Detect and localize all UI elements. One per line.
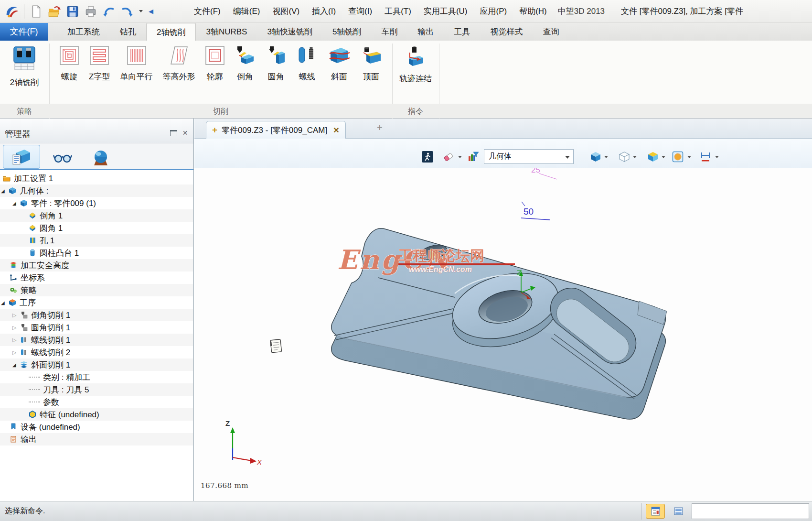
ribbon-button-helix[interactable]: 螺线 <box>297 46 318 82</box>
tree-item-helix-cut-1[interactable]: ▷螺线切削 1 <box>0 334 193 346</box>
status-input-field[interactable] <box>692 503 809 519</box>
tab-output[interactable]: 输出 <box>407 23 444 41</box>
file-menu-button[interactable]: 文件(F) <box>0 23 48 41</box>
ribbon-button-spiral[interactable]: 螺旋 <box>60 46 79 82</box>
tree-item-setup[interactable]: 加工设置 1 <box>0 172 193 185</box>
manager-tab-visibility[interactable] <box>47 146 78 167</box>
note-marker-icon[interactable] <box>270 339 282 353</box>
tab-2axis-mill[interactable]: 2轴铣削 <box>146 23 196 41</box>
document-tab[interactable]: + 零件009.Z3 - [零件009_CAM] ✕ <box>206 121 346 139</box>
shaded-cube-icon[interactable] <box>590 151 601 163</box>
tree-item-tactic[interactable]: 策略 <box>0 284 193 296</box>
menu-insert[interactable]: 插入(I) <box>306 0 342 23</box>
tab-turning[interactable]: 车削 <box>371 23 407 41</box>
ribbon-button-fillet[interactable]: 圆角 <box>266 46 287 82</box>
doc-close-icon[interactable]: ✕ <box>333 126 339 135</box>
tree-item-fillet-cut[interactable]: ▷圆角切削 1 <box>0 321 193 334</box>
tree-item-operations[interactable]: ◢工序 <box>0 296 193 309</box>
tree-item-boss-feature[interactable]: 圆柱凸台 1 <box>0 247 193 259</box>
save-button[interactable] <box>66 5 79 18</box>
walker-icon[interactable] <box>422 151 433 163</box>
tab-visual-style[interactable]: 视觉样式 <box>480 23 533 41</box>
open-file-button[interactable] <box>48 5 61 18</box>
ribbon-button-unidirectional[interactable]: 单向平行 <box>120 46 153 82</box>
form-view-button[interactable] <box>646 504 665 519</box>
tab-drill[interactable]: 钻孔 <box>110 23 146 41</box>
h-dimension-dropdown-arrow[interactable] <box>715 156 719 158</box>
3d-model-scene[interactable]: EngCN 工程师论坛网 www.EngCN.com 50 25 <box>194 119 812 501</box>
tree-item-features[interactable]: 特征 (undefined) <box>0 408 193 421</box>
tree-item-geometry[interactable]: ◢几何体 : <box>0 185 193 197</box>
ribbon-button-path-link[interactable]: 轨迹连结 <box>399 46 432 84</box>
tree-item-output[interactable]: 输出 <box>0 433 193 445</box>
menu-applications[interactable]: 应用(P) <box>473 0 513 23</box>
wireframe-cube-icon[interactable] <box>619 151 630 163</box>
combo-dropdown-arrow[interactable] <box>565 156 570 159</box>
colored-cube-icon[interactable] <box>647 151 659 163</box>
undo-button[interactable] <box>102 5 116 18</box>
tab-3axis-nurbs[interactable]: 3轴NURBS <box>196 23 257 41</box>
ribbon-button-top-face[interactable]: 顶面 <box>361 46 382 82</box>
ribbon-button-zlevel-profile[interactable]: 等高外形 <box>163 46 195 82</box>
menu-edit[interactable]: 编辑(E) <box>227 0 267 23</box>
collapse-chevron-icon[interactable]: ◀ <box>149 8 153 15</box>
tab-inquire[interactable]: 查询 <box>533 23 569 41</box>
menu-inquire[interactable]: 查询(I) <box>342 0 378 23</box>
tab-5axis-mill[interactable]: 5轴铣削 <box>322 23 371 41</box>
expander-open[interactable]: ◢ <box>1 300 9 305</box>
tree-item-helix-cut-2[interactable]: ▷螺线切削 2 <box>0 346 193 358</box>
tree-item-chamfer-cut[interactable]: ▷倒角切削 1 <box>0 309 193 321</box>
new-file-button[interactable] <box>30 5 43 18</box>
tree-item-parameters[interactable]: 参数 <box>0 396 193 408</box>
menu-view[interactable]: 视图(V) <box>266 0 306 23</box>
menu-utilities[interactable]: 实用工具(U) <box>417 0 474 23</box>
tab-machining-system[interactable]: 加工系统 <box>57 23 110 41</box>
tree-item-fillet-feature[interactable]: 圆角 1 <box>0 222 193 234</box>
list-view-button[interactable] <box>669 504 688 519</box>
tree-item-machine[interactable]: 设备 (undefined) <box>0 421 193 433</box>
manager-tab-view[interactable] <box>85 146 117 167</box>
eraser-icon[interactable] <box>443 151 454 163</box>
menu-tools[interactable]: 工具(T) <box>378 0 417 23</box>
tree-item-chamfer-feature[interactable]: 倒角 1 <box>0 209 193 222</box>
tree-item-ramp-cut[interactable]: ◢斜面切削 1 <box>0 358 193 371</box>
expander-open[interactable]: ◢ <box>12 362 20 368</box>
manager-tab-cam[interactable] <box>3 145 40 169</box>
colored-cube-dropdown-arrow[interactable] <box>662 156 665 158</box>
new-tab-button[interactable]: + <box>377 122 383 133</box>
ribbon-button-zigzag[interactable]: Z字型 <box>89 46 110 82</box>
eraser-dropdown-arrow[interactable] <box>458 156 462 158</box>
manager-close-button[interactable]: ✕ <box>182 130 189 136</box>
wireframe-cube-dropdown-arrow[interactable] <box>633 156 637 158</box>
tree-item-frame[interactable]: 坐标系 <box>0 271 193 284</box>
tab-3axis-quick-mill[interactable]: 3轴快速铣削 <box>257 23 322 41</box>
shaded-cube-dropdown-arrow[interactable] <box>604 156 608 158</box>
ribbon-button-chamfer[interactable]: 倒角 <box>235 46 256 82</box>
print-button[interactable] <box>84 5 97 18</box>
expander-closed[interactable]: ▷ <box>12 325 20 331</box>
filter-combo-box[interactable]: 几何体 <box>484 149 574 164</box>
expander-open[interactable]: ◢ <box>1 188 9 194</box>
tab-tools[interactable]: 工具 <box>444 23 480 41</box>
ribbon-button-ramp[interactable]: 斜面 <box>328 46 351 82</box>
h-dimension-icon[interactable] <box>700 151 711 163</box>
circle-square-dropdown-arrow[interactable] <box>687 156 691 158</box>
tree-item-hole-feature[interactable]: 孔 1 <box>0 234 193 247</box>
tree-item-class[interactable]: 类别 : 精加工 <box>0 371 193 383</box>
expander-closed[interactable]: ▷ <box>12 312 20 318</box>
redo-button[interactable] <box>120 5 134 18</box>
expander-open[interactable]: ◢ <box>12 201 20 206</box>
menu-file[interactable]: 文件(F) <box>188 0 227 23</box>
ribbon-button-profile[interactable]: 轮廓 <box>205 46 224 82</box>
tree-item-clearance[interactable]: 加工安全高度 <box>0 259 193 271</box>
tree-item-part[interactable]: ◢零件 : 零件009 (1) <box>0 197 193 209</box>
menu-help[interactable]: 帮助(H) <box>513 0 553 23</box>
filter-bars-icon[interactable] <box>468 151 479 163</box>
expander-closed[interactable]: ▷ <box>12 337 20 343</box>
dimension-50[interactable]: 50 <box>521 202 550 220</box>
circle-in-square-icon[interactable] <box>672 151 684 163</box>
ribbon-button-2axis-mill[interactable]: 2轴铣削 <box>10 46 39 88</box>
tree-item-tool[interactable]: 刀具 : 刀具 5 <box>0 383 193 396</box>
manager-minimize-button[interactable] <box>170 130 177 136</box>
toolbar-overflow-button[interactable] <box>139 10 143 12</box>
